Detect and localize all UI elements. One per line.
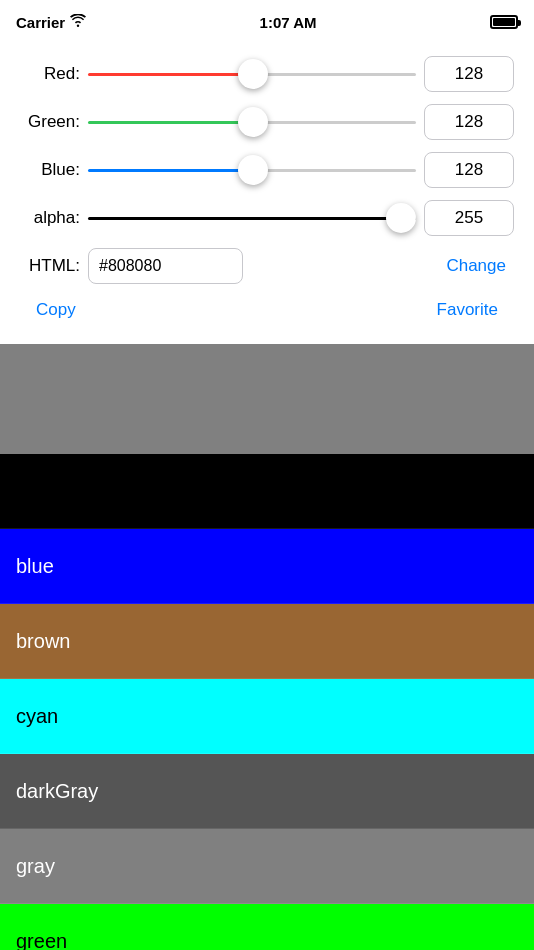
green-value-input[interactable] — [424, 104, 514, 140]
alpha-slider-container — [88, 200, 416, 236]
red-row: Red: — [20, 56, 514, 92]
change-button[interactable]: Change — [438, 252, 514, 280]
carrier-wifi: Carrier — [16, 14, 86, 31]
list-item[interactable]: green — [0, 904, 534, 950]
color-preview — [0, 344, 534, 454]
green-slider-container — [88, 104, 416, 140]
green-row: Green: — [20, 104, 514, 140]
alpha-row: alpha: — [20, 200, 514, 236]
status-time: 1:07 AM — [260, 14, 317, 31]
green-slider[interactable] — [88, 121, 416, 124]
red-label: Red: — [20, 64, 80, 84]
html-row: HTML: Change — [20, 248, 514, 284]
alpha-slider[interactable] — [88, 217, 416, 220]
list-item[interactable]: gray — [0, 829, 534, 904]
blue-slider-container — [88, 152, 416, 188]
favorites-list: bluebrowncyandarkGraygraygreen — [0, 454, 534, 950]
alpha-label: alpha: — [20, 208, 80, 228]
favorite-button[interactable]: Favorite — [429, 296, 506, 324]
controls-area: Red: Green: Blue: alpha: HTML: Change — [0, 40, 534, 344]
list-item-label: brown — [16, 630, 70, 653]
alpha-value-input[interactable] — [424, 200, 514, 236]
red-slider[interactable] — [88, 73, 416, 76]
blue-slider[interactable] — [88, 169, 416, 172]
red-slider-container — [88, 56, 416, 92]
list-item[interactable]: darkGray — [0, 754, 534, 829]
list-item-label: green — [16, 930, 67, 951]
copy-button[interactable]: Copy — [28, 296, 84, 324]
status-bar: Carrier 1:07 AM — [0, 0, 534, 40]
blue-value-input[interactable] — [424, 152, 514, 188]
blue-label: Blue: — [20, 160, 80, 180]
list-item-label: blue — [16, 555, 54, 578]
list-item[interactable]: cyan — [0, 679, 534, 754]
list-item[interactable] — [0, 454, 534, 529]
list-item-label: gray — [16, 855, 55, 878]
list-item[interactable]: blue — [0, 529, 534, 604]
wifi-icon — [70, 14, 86, 31]
html-input[interactable] — [88, 248, 243, 284]
list-item-label: cyan — [16, 705, 58, 728]
battery-icon — [490, 15, 518, 29]
list-item-label: darkGray — [16, 780, 98, 803]
blue-row: Blue: — [20, 152, 514, 188]
action-row: Copy Favorite — [20, 292, 514, 336]
html-label: HTML: — [20, 256, 80, 276]
red-value-input[interactable] — [424, 56, 514, 92]
green-label: Green: — [20, 112, 80, 132]
list-item[interactable]: brown — [0, 604, 534, 679]
carrier-label: Carrier — [16, 14, 65, 31]
